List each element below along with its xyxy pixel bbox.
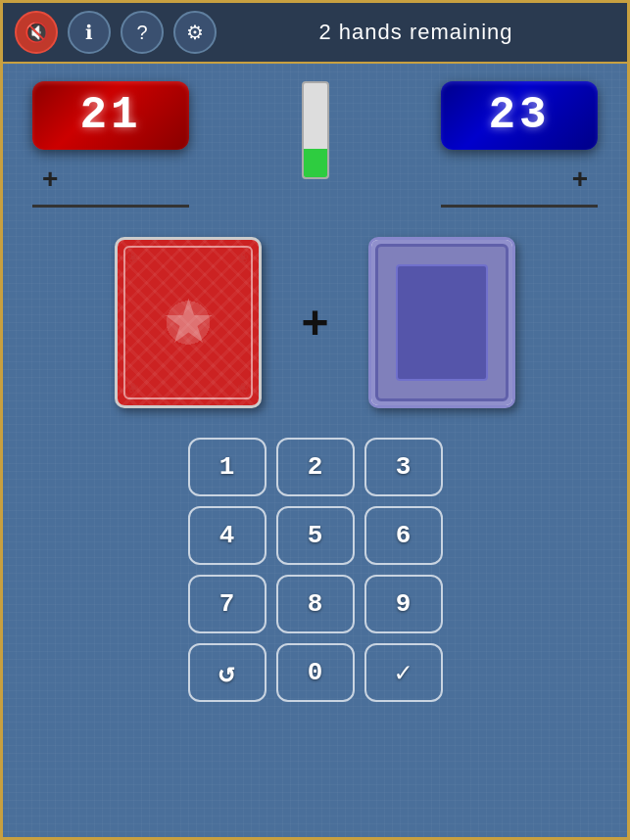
corner-deco-br: ❀ — [237, 380, 249, 396]
left-score-display: 21 — [32, 81, 189, 150]
left-plus-sign: + — [42, 163, 58, 195]
backspace-button[interactable]: ↺ — [188, 643, 267, 702]
top-bar: 🔇 ℹ ? ⚙ 2 hands remaining — [3, 3, 627, 64]
num-btn-5[interactable]: 5 — [276, 506, 355, 565]
right-card-rect — [396, 264, 488, 381]
left-score-value: 21 — [79, 90, 141, 141]
toolbar-icons: 🔇 ℹ ? ⚙ — [15, 11, 217, 54]
mute-icon: 🔇 — [24, 21, 49, 44]
right-card-inner — [371, 240, 512, 405]
hands-remaining-display: 2 hands remaining — [217, 20, 615, 45]
right-plus-sign: + — [572, 163, 588, 195]
num-btn-4[interactable]: 4 — [188, 506, 267, 565]
help-icon: ? — [136, 22, 147, 44]
confirm-button[interactable]: ✓ — [364, 643, 443, 702]
left-score-line — [32, 205, 189, 208]
numpad-row-1: 1 2 3 — [188, 438, 443, 496]
num-btn-1[interactable]: 1 — [188, 438, 267, 496]
num-btn-3[interactable]: 3 — [364, 438, 443, 496]
corner-deco-bl: ❀ — [127, 380, 139, 396]
num-btn-7[interactable]: 7 — [188, 575, 267, 633]
num-btn-8[interactable]: 8 — [276, 575, 355, 633]
settings-button[interactable]: ⚙ — [173, 11, 217, 54]
num-btn-2[interactable]: 2 — [276, 438, 355, 496]
info-icon: ℹ — [85, 21, 93, 44]
left-card[interactable]: ❀ ❀ ❀ ❀ — [115, 237, 262, 408]
numpad: 1 2 3 4 5 6 7 8 9 ↺ 0 ✓ — [3, 438, 627, 702]
corner-deco-tl: ❀ — [127, 250, 139, 265]
scores-area: 21 + 23 + — [3, 64, 627, 208]
numpad-row-3: 7 8 9 — [188, 575, 443, 633]
cards-area: ❀ ❀ ❀ ❀ + — [3, 237, 627, 408]
left-card-inner: ❀ ❀ ❀ ❀ — [118, 240, 259, 405]
hands-remaining-count: 2 — [318, 20, 331, 44]
num-btn-9[interactable]: 9 — [364, 575, 443, 633]
numpad-row-4: ↺ 0 ✓ — [188, 643, 443, 702]
right-card-border — [375, 244, 509, 401]
right-score-value: 23 — [488, 90, 550, 141]
corner-deco-tr: ❀ — [237, 250, 249, 265]
num-btn-0[interactable]: 0 — [276, 643, 355, 702]
info-button[interactable]: ℹ — [68, 11, 111, 54]
progress-gauge — [302, 81, 329, 179]
numpad-row-2: 4 5 6 — [188, 506, 443, 565]
help-button[interactable]: ? — [121, 11, 164, 54]
center-gauge-wrapper — [302, 81, 329, 179]
right-score-display: 23 — [441, 81, 598, 150]
right-card[interactable] — [368, 237, 515, 408]
hands-remaining-label: hands remaining — [339, 20, 513, 44]
right-score-section: 23 + — [315, 81, 599, 208]
mute-button[interactable]: 🔇 — [15, 11, 58, 54]
gauge-fill — [304, 149, 327, 177]
num-btn-6[interactable]: 6 — [364, 506, 443, 565]
right-score-line — [441, 205, 598, 208]
left-score-section: 21 + — [32, 81, 315, 208]
settings-icon: ⚙ — [186, 21, 204, 44]
cards-plus-sign: + — [301, 296, 328, 350]
